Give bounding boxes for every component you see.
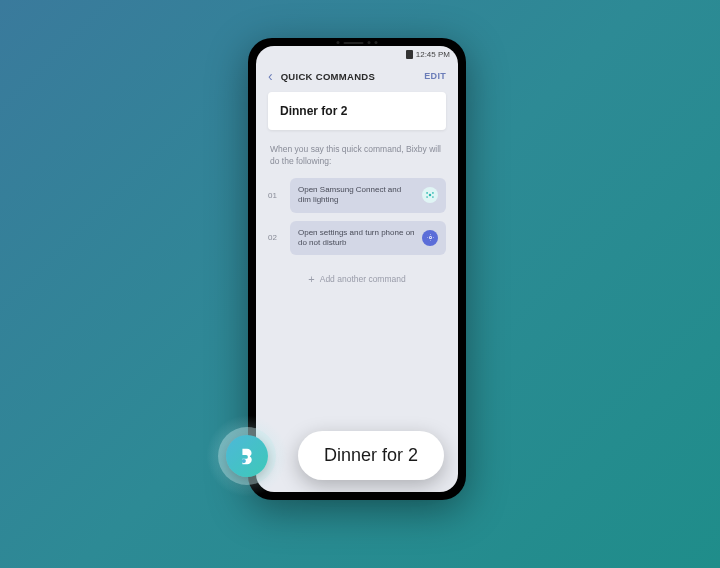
bixby-badge (206, 415, 288, 497)
bixby-icon (226, 435, 268, 477)
edit-button[interactable]: EDIT (424, 71, 446, 81)
speech-text: Dinner for 2 (324, 445, 418, 465)
svg-point-3 (426, 196, 428, 198)
back-icon[interactable]: ‹ (268, 68, 273, 84)
svg-point-1 (426, 192, 428, 194)
command-row: 02 Open settings and turn phone on do no… (268, 221, 446, 256)
command-name-card[interactable]: Dinner for 2 (268, 92, 446, 130)
add-command-label: Add another command (320, 274, 406, 284)
svg-point-2 (432, 192, 434, 194)
status-time: 12:45 PM (416, 50, 450, 59)
command-number: 02 (268, 233, 282, 242)
content-area: Dinner for 2 When you say this quick com… (256, 92, 458, 295)
status-bar: 12:45 PM (256, 46, 458, 60)
phone-speaker (337, 41, 378, 44)
add-command-button[interactable]: + Add another command (268, 263, 446, 295)
settings-icon (422, 230, 438, 246)
nav-header: ‹ QUICK COMMANDS EDIT (256, 60, 458, 92)
command-text: Open Samsung Connect and dim lighting (298, 185, 416, 206)
command-text: Open settings and turn phone on do not d… (298, 228, 416, 249)
page-title: QUICK COMMANDS (281, 71, 375, 82)
svg-point-0 (429, 194, 432, 197)
command-item[interactable]: Open settings and turn phone on do not d… (290, 221, 446, 256)
command-name-title: Dinner for 2 (280, 104, 434, 118)
instruction-text: When you say this quick command, Bixby w… (268, 144, 446, 168)
command-row: 01 Open Samsung Connect and dim lighting (268, 178, 446, 213)
speech-bubble: Dinner for 2 (298, 431, 444, 480)
battery-icon (406, 50, 413, 59)
plus-icon: + (308, 273, 314, 285)
samsung-connect-icon (422, 187, 438, 203)
command-number: 01 (268, 191, 282, 200)
command-item[interactable]: Open Samsung Connect and dim lighting (290, 178, 446, 213)
svg-point-5 (242, 459, 246, 463)
svg-point-4 (432, 196, 434, 198)
